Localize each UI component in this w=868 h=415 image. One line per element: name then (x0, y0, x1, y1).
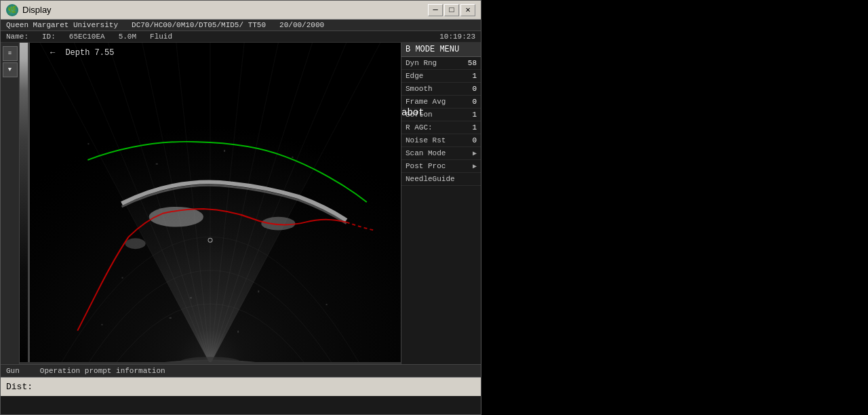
size-value: 5.0M (119, 33, 136, 41)
bmode-label-edge: Edge (406, 72, 423, 80)
ultrasound-panel[interactable]: ≡ ▼ (1, 43, 401, 364)
bmode-item-noiserst[interactable]: Noise Rst 0 (401, 134, 481, 147)
bmode-value-noiserst: 0 (472, 136, 477, 144)
bmode-item-needleguide[interactable]: NeedleGuide (401, 173, 481, 186)
scan-date: 20/00/2000 (279, 21, 324, 29)
depth-label: ← Depth 7.55 (50, 48, 114, 58)
main-window: 🌿 Display — □ ✕ Queen Margaret Universit… (0, 0, 481, 415)
title-controls: — □ ✕ (428, 4, 475, 16)
scan-bottom-line (20, 362, 401, 364)
dist-label: Dist: (6, 382, 33, 392)
toolbar-btn-1[interactable]: ≡ (3, 46, 18, 61)
svg-rect-21 (190, 297, 192, 298)
svg-rect-24 (101, 324, 102, 325)
operation-label: Operation prompt information (40, 367, 165, 375)
id-value: 65EC10EA (69, 33, 105, 41)
svg-rect-22 (258, 290, 259, 292)
bmode-label-ragc: R AGC: (406, 123, 433, 132)
dist-bar: Dist: (1, 377, 481, 396)
bmode-item-ragc[interactable]: R AGC: 1 (401, 121, 481, 134)
minimize-button[interactable]: — (428, 4, 443, 16)
header-bar-2: Name: ID: 65EC10EA 5.0M Fluid 10:19:23 (1, 31, 481, 43)
back-arrow: ← (50, 48, 55, 58)
id-label: ID: (42, 33, 56, 41)
svg-rect-18 (224, 150, 225, 152)
bmode-item-smooth[interactable]: Smooth 0 (401, 83, 481, 96)
header-bar-1: Queen Margaret University DC70/HC00/0M10… (1, 20, 481, 31)
svg-rect-15 (20, 43, 401, 364)
app-icon: 🌿 (6, 4, 18, 16)
bmode-value-frameavg: 0 (472, 98, 477, 106)
ultrasound-svg (20, 43, 401, 364)
bmode-value-ragc: 1 (472, 123, 477, 132)
bmode-label-scanmode: Scan Mode (406, 149, 446, 157)
title-bar-left: 🌿 Display (6, 4, 52, 16)
bmode-label-frameavg: Frame Avg (406, 98, 446, 106)
close-button[interactable]: ✕ (460, 4, 475, 16)
gun-label: Gun (6, 367, 20, 375)
toolbar-left: ≡ ▼ (1, 43, 20, 364)
bmode-label-smooth: Smooth (406, 85, 433, 93)
bmode-arrow-scanmode: ▶ (473, 149, 477, 157)
title-bar: 🌿 Display — □ ✕ (1, 1, 481, 20)
bmode-item-edge[interactable]: Edge 1 (401, 70, 481, 83)
svg-rect-17 (156, 163, 158, 165)
abot-text: abot (401, 107, 425, 118)
bmode-menu-title: B MODE MENU (401, 43, 481, 57)
bmode-label-postproc: Post Proc (406, 162, 446, 170)
bmode-label-noiserst: Noise Rst (406, 136, 446, 144)
bmode-value-smooth: 0 (472, 85, 477, 93)
bmode-value-edge: 1 (472, 72, 477, 80)
window-title: Display (22, 5, 52, 15)
svg-rect-25 (170, 317, 172, 319)
depth-scale-bar (20, 43, 28, 364)
svg-rect-20 (122, 277, 123, 279)
toolbar-btn-2[interactable]: ▼ (3, 62, 18, 77)
bmode-value-dynrng: 58 (468, 59, 477, 67)
svg-rect-19 (292, 157, 293, 158)
name-label: Name: (6, 33, 28, 41)
svg-rect-26 (237, 331, 239, 333)
status-bar: Gun Operation prompt information (1, 364, 481, 377)
bmode-item-postproc[interactable]: Post Proc ▶ (401, 160, 481, 173)
scan-params: DC70/HC00/0M10/DT05/MID5/ TT50 (132, 21, 266, 29)
svg-rect-23 (326, 304, 328, 305)
bmode-arrow-postproc: ▶ (473, 162, 477, 170)
svg-rect-16 (87, 143, 89, 144)
bmode-value-softon: 1 (472, 111, 477, 119)
maximize-button[interactable]: □ (444, 4, 459, 16)
bmode-item-dynrng[interactable]: Dyn Rng 58 (401, 57, 481, 70)
time-value: 10:19:23 (439, 33, 475, 41)
bmode-label-needleguide: NeedleGuide (406, 175, 455, 183)
bmode-menu-panel: B MODE MENU Dyn Rng 58 Edge 1 Smooth 0 F… (401, 43, 481, 364)
mode-value: Fluid (150, 33, 172, 41)
institution-name: Queen Margaret University (6, 21, 118, 29)
bmode-label-dynrng: Dyn Rng (406, 59, 437, 67)
bmode-item-scanmode[interactable]: Scan Mode ▶ (401, 147, 481, 160)
